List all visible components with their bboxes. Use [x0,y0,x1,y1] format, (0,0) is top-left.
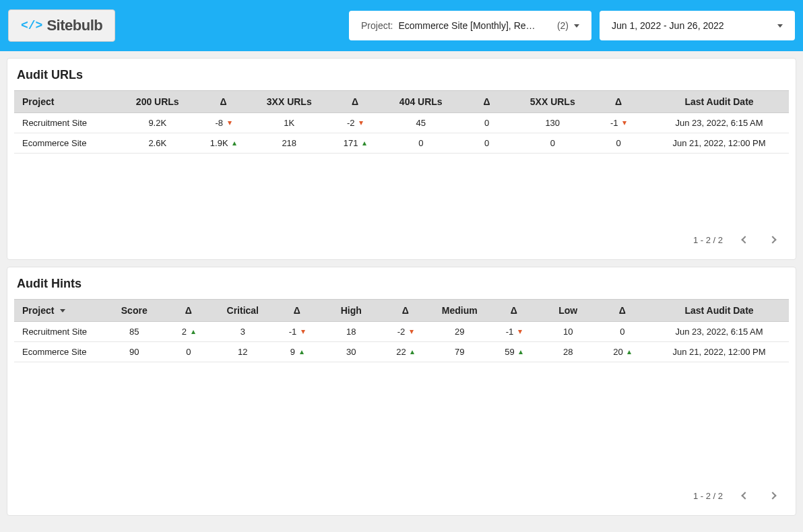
panel-title: Audit URLs [17,68,786,82]
arrow-down-icon [518,330,522,334]
col-high[interactable]: High [324,300,379,322]
col-project[interactable]: Project [14,300,107,322]
col-200-delta[interactable]: Δ [193,91,255,113]
project-selector-label: Project: [361,20,393,31]
col-score-delta[interactable]: Δ [162,300,216,322]
cell-last-audit: Jun 23, 2022, 6:15 AM [649,113,789,133]
arrow-down-icon [622,121,627,125]
col-low-delta[interactable]: Δ [596,300,650,322]
table-row[interactable]: Ecommerce Site2.6K1.9K 218171 00 00 Jun … [14,133,789,154]
cell-404-delta: 0 [456,133,518,154]
chevron-right-icon [769,236,776,243]
col-3xx-delta[interactable]: Δ [324,91,386,113]
panel-footer: 1 - 2 / 2 [14,479,789,510]
brand-name: Sitebulb [46,17,102,34]
audit-hints-table: Project Score Δ Critical Δ High Δ Medium… [14,299,789,362]
panel-title: Audit Hints [17,277,786,291]
cell-medium-delta: 59 [487,342,542,362]
arrow-down-icon [410,330,414,334]
cell-high: 18 [324,322,379,342]
next-page-button[interactable] [765,487,782,504]
arrow-down-icon [359,121,363,125]
col-critical[interactable]: Critical [216,300,270,322]
table-header-row: Project 200 URLs Δ 3XX URLs Δ 404 URLs Δ… [14,91,789,113]
cell-medium: 79 [432,342,487,362]
cell-high: 30 [324,342,379,362]
col-project-label: Project [22,305,54,316]
table-row[interactable]: Recruitment Site852 3-1 18-2 29-1 100 Ju… [14,322,789,342]
cell-low: 10 [541,322,596,342]
cell-score-delta: 0 [162,342,216,362]
table-header-row: Project Score Δ Critical Δ High Δ Medium… [14,300,789,322]
cell-200: 2.6K [123,133,193,154]
cell-critical-delta: 9 [270,342,325,362]
col-last-audit[interactable]: Last Audit Date [649,91,789,113]
prev-page-button[interactable] [735,231,752,248]
col-5xx[interactable]: 5XX URLs [518,91,588,113]
col-critical-delta[interactable]: Δ [270,300,325,322]
cell-200-delta: -8 [193,113,255,133]
arrow-down-icon [301,330,305,334]
arrow-down-icon [228,121,232,125]
cell-medium: 29 [432,322,487,342]
code-brackets-icon: </> [21,19,42,32]
cell-high-delta: -2 [379,322,433,342]
arrow-up-icon [410,350,414,354]
cell-low-delta: 0 [596,322,650,342]
project-selector[interactable]: Project: Ecommerce Site [Monthly], Recru… [349,11,591,40]
cell-200: 9.2K [123,113,193,133]
cell-3xx: 1K [255,113,325,133]
cell-last-audit: Jun 23, 2022, 6:15 AM [649,322,789,342]
brand-logo[interactable]: </> Sitebulb [8,9,115,42]
cell-200-delta: 1.9K [193,133,255,154]
paging-label: 1 - 2 / 2 [693,235,723,245]
arrow-up-icon [627,350,631,354]
col-medium-delta[interactable]: Δ [487,300,542,322]
date-range-selector[interactable]: Jun 1, 2022 - Jun 26, 2022 [600,11,795,40]
arrow-up-icon [300,350,304,354]
cell-score: 90 [107,342,162,362]
cell-low-delta: 20 [596,342,650,362]
chevron-left-icon [741,492,748,499]
col-404[interactable]: 404 URLs [386,91,456,113]
chevron-left-icon [741,236,748,243]
cell-score-delta: 2 [162,322,216,342]
col-high-delta[interactable]: Δ [379,300,433,322]
cell-3xx-delta: 171 [324,133,386,154]
top-bar: </> Sitebulb Project: Ecommerce Site [Mo… [0,0,803,51]
col-404-delta[interactable]: Δ [456,91,518,113]
col-last-audit[interactable]: Last Audit Date [649,300,789,322]
next-page-button[interactable] [765,231,782,248]
col-5xx-delta[interactable]: Δ [587,91,649,113]
cell-high-delta: 22 [379,342,433,362]
cell-5xx: 130 [518,113,588,133]
col-score[interactable]: Score [107,300,162,322]
col-medium[interactable]: Medium [432,300,487,322]
cell-last-audit: Jun 21, 2022, 12:00 PM [649,133,789,154]
cell-404: 0 [386,133,456,154]
arrow-up-icon [362,141,366,145]
cell-project: Recruitment Site [14,113,123,133]
sort-desc-icon [60,309,65,312]
audit-hints-panel: Audit Hints Project Score Δ [7,267,796,516]
col-3xx[interactable]: 3XX URLs [255,91,325,113]
table-row[interactable]: Ecommerce Site900 129 3022 7959 2820 Jun… [14,342,789,362]
col-200[interactable]: 200 URLs [123,91,193,113]
cell-3xx: 218 [255,133,325,154]
cell-critical-delta: -1 [270,322,325,342]
paging-label: 1 - 2 / 2 [693,491,723,501]
cell-medium-delta: -1 [487,322,542,342]
arrow-up-icon [191,330,195,334]
audit-urls-table: Project 200 URLs Δ 3XX URLs Δ 404 URLs Δ… [14,90,789,154]
project-selector-count: (2) [557,20,569,31]
cell-last-audit: Jun 21, 2022, 12:00 PM [649,342,789,362]
col-low[interactable]: Low [541,300,596,322]
col-project[interactable]: Project [14,91,123,113]
prev-page-button[interactable] [735,487,752,504]
caret-down-icon [574,24,579,28]
cell-low: 28 [541,342,596,362]
cell-3xx-delta: -2 [324,113,386,133]
project-selector-value: Ecommerce Site [Monthly], Recruit… [398,20,540,31]
panel-footer: 1 - 2 / 2 [14,223,789,254]
table-row[interactable]: Recruitment Site9.2K-8 1K-2 450 130-1 Ju… [14,113,789,133]
